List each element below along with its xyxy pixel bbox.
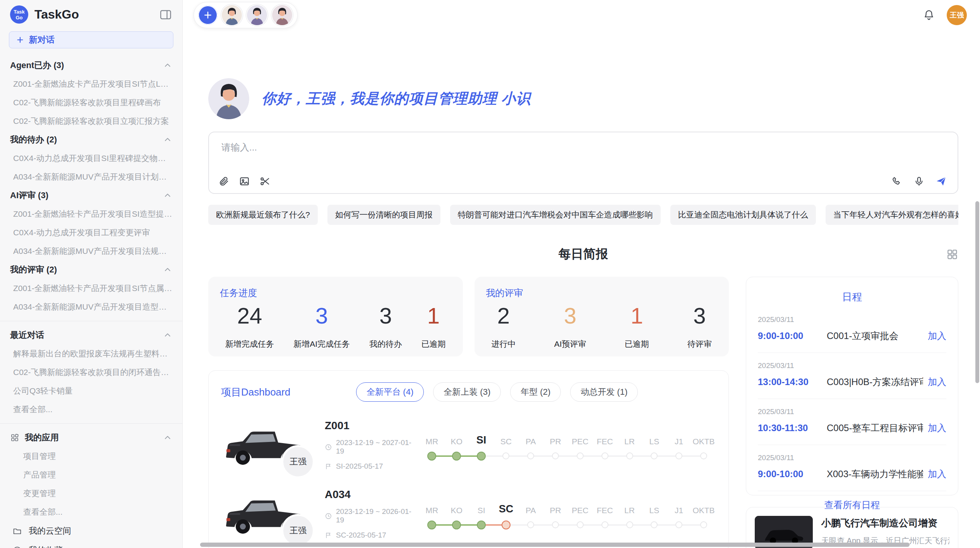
news-card[interactable]: 小鹏飞行汽车制造公司增资 天眼查 App 显示，近日广州汇天飞行汽... — [746, 507, 958, 548]
dashboard-filter-tab[interactable]: 全新平台 (4) — [356, 382, 424, 402]
phone-call-icon[interactable] — [891, 176, 903, 187]
topbar-right: 王强 — [923, 5, 967, 25]
sidebar-item[interactable]: 解释最新出台的欧盟报废车法规再生塑料比例被调至15%... — [0, 344, 182, 363]
stats-row: 任务进度 24新增完成任务3新增AI完成任务3我的待办1已逾期 我的评审 2进行… — [208, 277, 729, 356]
hero-section: 你好，王强，我是你的项目管理助理 小识 — [208, 78, 958, 119]
milestone-dot-row — [617, 520, 642, 530]
sidebar-item[interactable]: Z001-全新燃油皮卡产品开发项目SI节点Lesson Learn报告 — [0, 75, 182, 93]
suggestion-chip[interactable]: 比亚迪全固态电池计划具体说了什么 — [670, 205, 816, 225]
sidebar-item[interactable]: Z001-全新燃油轻卡产品开发项目SI节点属性5D文件评审 — [0, 279, 182, 298]
sidebar-scroll-area: Agent已办 (3)Z001-全新燃油皮卡产品开发项目SI节点Lesson L… — [0, 51, 182, 548]
sidebar-item-star-badge[interactable]: 我的收藏 — [0, 541, 182, 548]
sidebar-section-header[interactable]: 最近对话 — [0, 326, 182, 344]
vertical-scrollbar[interactable] — [975, 201, 979, 383]
milestone-label: SC — [499, 500, 514, 515]
milestone-dot — [452, 452, 461, 461]
sidebar-item[interactable]: 变更管理 — [0, 484, 182, 503]
sidebar-item[interactable]: A034-全新新能源MUV产品开发项目计划变更表编写 — [0, 168, 182, 186]
sidebar-section-header[interactable]: 我的应用 — [0, 428, 182, 447]
agent-avatar-2[interactable] — [246, 4, 268, 26]
dashboard-filter-tab[interactable]: 年型 (2) — [510, 382, 561, 402]
stat-value: 1 — [630, 305, 643, 327]
dashboard-filter-tab[interactable]: 动总开发 (1) — [570, 382, 638, 402]
add-agent-button[interactable] — [198, 5, 218, 25]
suggestion-chip[interactable]: 如何写一份清晰的项目周报 — [327, 205, 440, 225]
agent-avatar-3[interactable] — [271, 4, 293, 26]
project-card[interactable]: 王强Z0012023-12-19 ~ 2027-01-19SI-2025-05-… — [221, 420, 716, 471]
suggestion-chip[interactable]: 当下年轻人对汽车外观有怎样的喜好趋势 — [826, 205, 958, 225]
stat-label: AI预评审 — [554, 339, 586, 349]
sidebar-section-header[interactable]: AI评审 (3) — [0, 186, 182, 205]
image-upload-icon[interactable] — [239, 176, 250, 187]
notification-bell-icon[interactable] — [923, 9, 935, 21]
send-icon[interactable] — [935, 176, 947, 187]
chat-input[interactable] — [221, 142, 946, 153]
milestone-label: OKTB — [692, 500, 714, 515]
sidebar-item[interactable]: C02-飞腾新能源轻客改款项目里程碑画布 — [0, 93, 182, 112]
milestone-dot-row — [617, 451, 642, 461]
suggestion-chip[interactable]: 特朗普可能对进口汽车增税会对中国车企造成哪些影响 — [450, 205, 661, 225]
my-review-card: 我的评审 2进行中3AI预评审1已逾期3待评审 — [475, 277, 729, 356]
attachment-icon[interactable] — [218, 176, 230, 187]
join-link[interactable]: 加入 — [928, 422, 946, 434]
sidebar-section-header[interactable]: 我的待办 (2) — [0, 130, 182, 149]
milestone-label: MR — [426, 432, 439, 446]
milestone: SI — [469, 432, 494, 461]
section-label: Agent已办 (3) — [10, 60, 163, 71]
project-dates-text: 2023-12-19 ~ 2027-01-19 — [336, 438, 420, 456]
sidebar-collapse-icon[interactable] — [159, 8, 172, 21]
join-link[interactable]: 加入 — [928, 330, 946, 342]
suggestion-chip[interactable]: 欧洲新规最近颁布了什么? — [208, 205, 318, 225]
milestone-dot — [577, 452, 584, 459]
new-chat-button[interactable]: 新对话 — [9, 31, 173, 48]
microphone-icon[interactable] — [913, 176, 925, 187]
milestone-dot-row — [444, 451, 469, 461]
view-all-schedule-link[interactable]: 查看所有日程 — [758, 491, 946, 512]
milestone-dot-row — [593, 451, 617, 461]
milestone-label: LR — [624, 500, 635, 515]
sidebar-item[interactable]: A034-全新新能源MUV产品开发项目法规符合性评审 — [0, 242, 182, 260]
sidebar-item[interactable]: A034-全新新能源MUV产品开发项目造型可行性评审 — [0, 298, 182, 316]
horizontal-scrollbar[interactable] — [200, 543, 910, 547]
main-area: 王强 你好，王强，我是你的项目管理助理 小识 欧洲新规最近颁布了什么?如何写一份… — [183, 0, 980, 548]
sidebar-section-header[interactable]: 我的评审 (2) — [0, 260, 182, 279]
section-label-text: 我的应用 — [25, 432, 59, 444]
dashboard-header: 项目Dashboard 全新平台 (4)全新上装 (3)年型 (2)动总开发 (… — [221, 382, 716, 402]
sidebar-item[interactable]: C0X4-动力总成开发项目SI里程碑提交物检查 — [0, 149, 182, 168]
sidebar: Task Go TaskGo 新对话 Agent已办 (3)Z001-全新燃油皮… — [0, 0, 183, 548]
sidebar-item[interactable]: 项目管理 — [0, 447, 182, 466]
join-link[interactable]: 加入 — [928, 376, 946, 388]
schedule-time: 9:00-10:00 — [758, 331, 827, 341]
scissors-icon[interactable] — [259, 176, 271, 187]
milestone-dot — [601, 452, 608, 459]
agent-avatar-1[interactable] — [221, 4, 243, 26]
project-info: Z0012023-12-19 ~ 2027-01-19SI-2025-05-17 — [309, 420, 420, 471]
milestone-dot-row — [420, 520, 444, 530]
user-avatar[interactable]: 王强 — [947, 5, 967, 25]
sidebar-item[interactable]: C0X4-动力总成开发项目工程变更评审 — [0, 223, 182, 242]
sidebar-item[interactable]: 产品管理 — [0, 466, 182, 484]
news-title: 小鹏飞行汽车制造公司增资 — [821, 517, 949, 529]
sidebar-item[interactable]: C02-飞腾新能源轻客改款项目的闭环通告反馈情况 — [0, 363, 182, 382]
sidebar-item[interactable]: 查看全部... — [0, 400, 182, 419]
milestone-dot — [502, 452, 509, 459]
sidebar-item[interactable]: 公司Q3轻卡销量 — [0, 382, 182, 400]
dashboard-tabs: 全新平台 (4)全新上装 (3)年型 (2)动总开发 (1) — [356, 382, 638, 402]
join-link[interactable]: 加入 — [928, 468, 946, 480]
left-column: 任务进度 24新增完成任务3新增AI完成任务3我的待办1已逾期 我的评审 2进行… — [208, 277, 729, 548]
sidebar-section-header[interactable]: Agent已办 (3) — [0, 56, 182, 75]
layout-grid-icon[interactable] — [946, 248, 958, 260]
sidebar-item[interactable]: C02-飞腾新能源轻客改款项目立项汇报方案 — [0, 112, 182, 130]
sidebar-item[interactable]: 查看全部... — [0, 503, 182, 521]
dashboard-filter-tab[interactable]: 全新上装 (3) — [433, 382, 501, 402]
milestone-dot-row — [691, 451, 716, 461]
sidebar-item-folder[interactable]: 我的云空间 — [0, 521, 182, 541]
milestone-dot-row — [568, 520, 593, 530]
milestone-dot — [651, 452, 658, 459]
milestone-label: PEC — [572, 500, 588, 515]
stat-value: 3 — [693, 305, 706, 327]
sidebar-item[interactable]: Z001-全新燃油轻卡产品开发项目SI造型提交物评审 — [0, 205, 182, 223]
app-title: TaskGo — [34, 7, 153, 22]
project-card[interactable]: 王强A0342023-12-19 ~ 2026-01-19SC-2025-05-… — [221, 488, 716, 539]
project-milestone-flag: SI-2025-05-17 — [325, 462, 420, 471]
